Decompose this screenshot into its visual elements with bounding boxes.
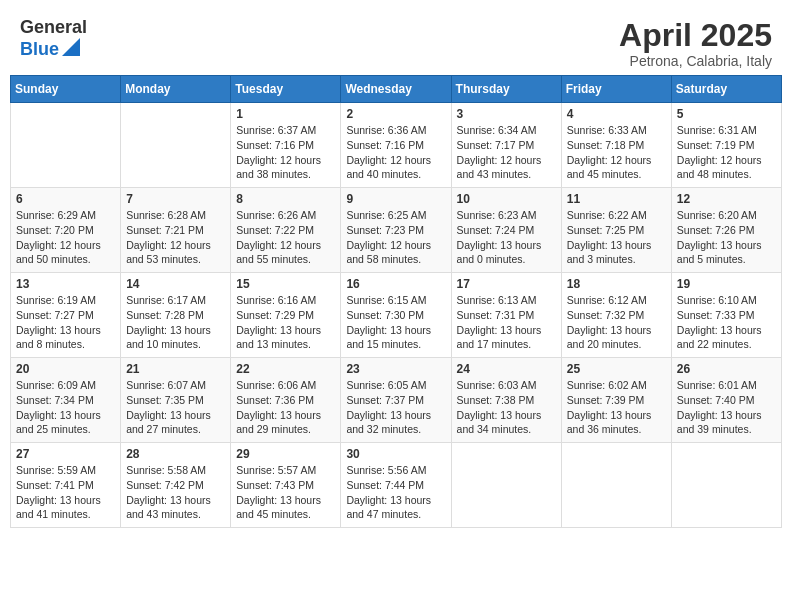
day-number: 11: [567, 192, 666, 206]
day-number: 5: [677, 107, 776, 121]
day-info: Sunrise: 6:06 AMSunset: 7:36 PMDaylight:…: [236, 378, 335, 437]
day-number: 23: [346, 362, 445, 376]
calendar-cell-w3-d3: 15Sunrise: 6:16 AMSunset: 7:29 PMDayligh…: [231, 273, 341, 358]
calendar-cell-w1-d6: 4Sunrise: 6:33 AMSunset: 7:18 PMDaylight…: [561, 103, 671, 188]
calendar-cell-w5-d2: 28Sunrise: 5:58 AMSunset: 7:42 PMDayligh…: [121, 443, 231, 528]
calendar-cell-w2-d7: 12Sunrise: 6:20 AMSunset: 7:26 PMDayligh…: [671, 188, 781, 273]
calendar-week-4: 20Sunrise: 6:09 AMSunset: 7:34 PMDayligh…: [11, 358, 782, 443]
day-number: 30: [346, 447, 445, 461]
day-number: 22: [236, 362, 335, 376]
day-number: 20: [16, 362, 115, 376]
calendar-cell-w2-d2: 7Sunrise: 6:28 AMSunset: 7:21 PMDaylight…: [121, 188, 231, 273]
calendar-cell-w1-d7: 5Sunrise: 6:31 AMSunset: 7:19 PMDaylight…: [671, 103, 781, 188]
calendar-cell-w1-d2: [121, 103, 231, 188]
day-number: 21: [126, 362, 225, 376]
day-number: 29: [236, 447, 335, 461]
day-info: Sunrise: 6:15 AMSunset: 7:30 PMDaylight:…: [346, 293, 445, 352]
calendar-week-5: 27Sunrise: 5:59 AMSunset: 7:41 PMDayligh…: [11, 443, 782, 528]
day-info: Sunrise: 6:16 AMSunset: 7:29 PMDaylight:…: [236, 293, 335, 352]
day-number: 7: [126, 192, 225, 206]
day-number: 4: [567, 107, 666, 121]
day-info: Sunrise: 6:19 AMSunset: 7:27 PMDaylight:…: [16, 293, 115, 352]
day-number: 19: [677, 277, 776, 291]
day-number: 12: [677, 192, 776, 206]
header-sunday: Sunday: [11, 76, 121, 103]
day-info: Sunrise: 6:34 AMSunset: 7:17 PMDaylight:…: [457, 123, 556, 182]
calendar-cell-w5-d7: [671, 443, 781, 528]
calendar-cell-w3-d1: 13Sunrise: 6:19 AMSunset: 7:27 PMDayligh…: [11, 273, 121, 358]
calendar-header-row: Sunday Monday Tuesday Wednesday Thursday…: [11, 76, 782, 103]
day-number: 27: [16, 447, 115, 461]
calendar-cell-w1-d5: 3Sunrise: 6:34 AMSunset: 7:17 PMDaylight…: [451, 103, 561, 188]
day-info: Sunrise: 6:01 AMSunset: 7:40 PMDaylight:…: [677, 378, 776, 437]
calendar-cell-w2-d3: 8Sunrise: 6:26 AMSunset: 7:22 PMDaylight…: [231, 188, 341, 273]
day-info: Sunrise: 6:13 AMSunset: 7:31 PMDaylight:…: [457, 293, 556, 352]
day-info: Sunrise: 6:36 AMSunset: 7:16 PMDaylight:…: [346, 123, 445, 182]
calendar-cell-w2-d5: 10Sunrise: 6:23 AMSunset: 7:24 PMDayligh…: [451, 188, 561, 273]
logo: General Blue: [20, 18, 87, 61]
day-info: Sunrise: 6:23 AMSunset: 7:24 PMDaylight:…: [457, 208, 556, 267]
calendar-cell-w3-d6: 18Sunrise: 6:12 AMSunset: 7:32 PMDayligh…: [561, 273, 671, 358]
logo-icon: [62, 38, 80, 56]
day-info: Sunrise: 6:25 AMSunset: 7:23 PMDaylight:…: [346, 208, 445, 267]
calendar-cell-w3-d7: 19Sunrise: 6:10 AMSunset: 7:33 PMDayligh…: [671, 273, 781, 358]
title-block: April 2025 Petrona, Calabria, Italy: [619, 18, 772, 69]
calendar-cell-w4-d7: 26Sunrise: 6:01 AMSunset: 7:40 PMDayligh…: [671, 358, 781, 443]
header-saturday: Saturday: [671, 76, 781, 103]
day-info: Sunrise: 6:20 AMSunset: 7:26 PMDaylight:…: [677, 208, 776, 267]
calendar-cell-w4-d2: 21Sunrise: 6:07 AMSunset: 7:35 PMDayligh…: [121, 358, 231, 443]
day-info: Sunrise: 6:12 AMSunset: 7:32 PMDaylight:…: [567, 293, 666, 352]
day-info: Sunrise: 6:10 AMSunset: 7:33 PMDaylight:…: [677, 293, 776, 352]
calendar-cell-w1-d4: 2Sunrise: 6:36 AMSunset: 7:16 PMDaylight…: [341, 103, 451, 188]
day-info: Sunrise: 6:26 AMSunset: 7:22 PMDaylight:…: [236, 208, 335, 267]
day-info: Sunrise: 5:59 AMSunset: 7:41 PMDaylight:…: [16, 463, 115, 522]
page-header: General Blue April 2025 Petrona, Calabri…: [10, 10, 782, 75]
calendar-cell-w2-d6: 11Sunrise: 6:22 AMSunset: 7:25 PMDayligh…: [561, 188, 671, 273]
calendar-cell-w5-d1: 27Sunrise: 5:59 AMSunset: 7:41 PMDayligh…: [11, 443, 121, 528]
day-info: Sunrise: 6:28 AMSunset: 7:21 PMDaylight:…: [126, 208, 225, 267]
day-info: Sunrise: 5:58 AMSunset: 7:42 PMDaylight:…: [126, 463, 225, 522]
day-number: 18: [567, 277, 666, 291]
day-info: Sunrise: 6:22 AMSunset: 7:25 PMDaylight:…: [567, 208, 666, 267]
day-info: Sunrise: 6:37 AMSunset: 7:16 PMDaylight:…: [236, 123, 335, 182]
header-tuesday: Tuesday: [231, 76, 341, 103]
calendar-cell-w5-d4: 30Sunrise: 5:56 AMSunset: 7:44 PMDayligh…: [341, 443, 451, 528]
calendar-cell-w1-d1: [11, 103, 121, 188]
calendar-cell-w5-d6: [561, 443, 671, 528]
calendar-cell-w3-d5: 17Sunrise: 6:13 AMSunset: 7:31 PMDayligh…: [451, 273, 561, 358]
calendar-week-3: 13Sunrise: 6:19 AMSunset: 7:27 PMDayligh…: [11, 273, 782, 358]
day-info: Sunrise: 6:17 AMSunset: 7:28 PMDaylight:…: [126, 293, 225, 352]
day-info: Sunrise: 6:33 AMSunset: 7:18 PMDaylight:…: [567, 123, 666, 182]
day-info: Sunrise: 6:31 AMSunset: 7:19 PMDaylight:…: [677, 123, 776, 182]
calendar-cell-w1-d3: 1Sunrise: 6:37 AMSunset: 7:16 PMDaylight…: [231, 103, 341, 188]
day-number: 16: [346, 277, 445, 291]
calendar-cell-w4-d1: 20Sunrise: 6:09 AMSunset: 7:34 PMDayligh…: [11, 358, 121, 443]
header-thursday: Thursday: [451, 76, 561, 103]
calendar-week-1: 1Sunrise: 6:37 AMSunset: 7:16 PMDaylight…: [11, 103, 782, 188]
location-subtitle: Petrona, Calabria, Italy: [619, 53, 772, 69]
day-number: 3: [457, 107, 556, 121]
calendar-cell-w5-d3: 29Sunrise: 5:57 AMSunset: 7:43 PMDayligh…: [231, 443, 341, 528]
day-number: 6: [16, 192, 115, 206]
header-monday: Monday: [121, 76, 231, 103]
day-info: Sunrise: 5:57 AMSunset: 7:43 PMDaylight:…: [236, 463, 335, 522]
calendar-cell-w4-d3: 22Sunrise: 6:06 AMSunset: 7:36 PMDayligh…: [231, 358, 341, 443]
header-wednesday: Wednesday: [341, 76, 451, 103]
calendar-cell-w4-d5: 24Sunrise: 6:03 AMSunset: 7:38 PMDayligh…: [451, 358, 561, 443]
day-number: 26: [677, 362, 776, 376]
day-info: Sunrise: 5:56 AMSunset: 7:44 PMDaylight:…: [346, 463, 445, 522]
calendar-cell-w2-d4: 9Sunrise: 6:25 AMSunset: 7:23 PMDaylight…: [341, 188, 451, 273]
day-number: 2: [346, 107, 445, 121]
calendar-table: Sunday Monday Tuesday Wednesday Thursday…: [10, 75, 782, 528]
day-number: 25: [567, 362, 666, 376]
day-info: Sunrise: 6:05 AMSunset: 7:37 PMDaylight:…: [346, 378, 445, 437]
calendar-cell-w2-d1: 6Sunrise: 6:29 AMSunset: 7:20 PMDaylight…: [11, 188, 121, 273]
day-info: Sunrise: 6:09 AMSunset: 7:34 PMDaylight:…: [16, 378, 115, 437]
calendar-cell-w3-d2: 14Sunrise: 6:17 AMSunset: 7:28 PMDayligh…: [121, 273, 231, 358]
day-number: 24: [457, 362, 556, 376]
day-number: 14: [126, 277, 225, 291]
day-number: 10: [457, 192, 556, 206]
day-number: 1: [236, 107, 335, 121]
header-friday: Friday: [561, 76, 671, 103]
calendar-week-2: 6Sunrise: 6:29 AMSunset: 7:20 PMDaylight…: [11, 188, 782, 273]
